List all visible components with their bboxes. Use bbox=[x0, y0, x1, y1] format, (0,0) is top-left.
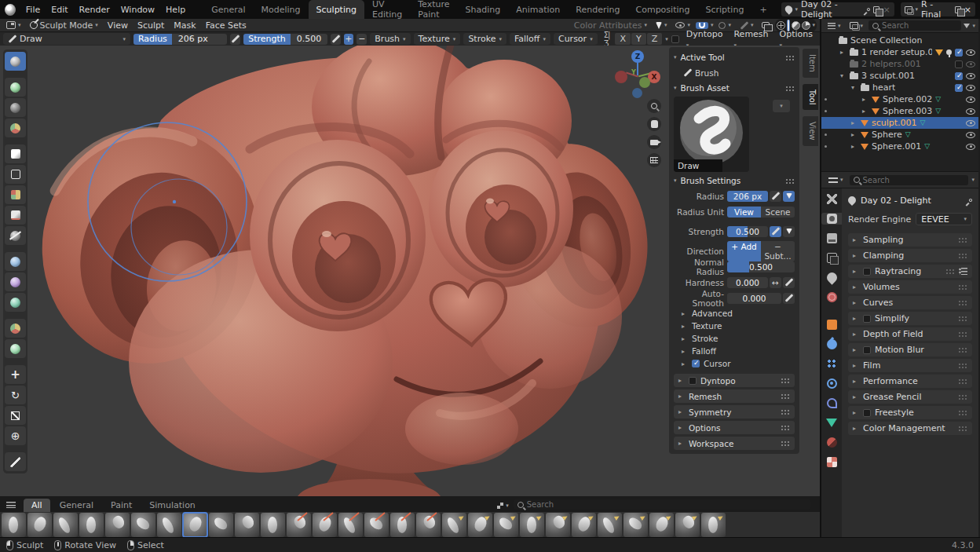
workspace-tab[interactable]: Texture Paint bbox=[410, 0, 457, 19]
expand-arrow-icon[interactable]: ▸ bbox=[862, 96, 868, 103]
tool-box-trim[interactable] bbox=[5, 206, 26, 225]
sidebar-panel-header[interactable]: ▸ Workspace bbox=[674, 437, 795, 450]
panel-grip[interactable] bbox=[785, 55, 795, 60]
properties-tab-render[interactable] bbox=[821, 213, 842, 225]
navigation-gizmo[interactable]: Z · Y X · · bbox=[613, 50, 662, 97]
gizmo-y-negative-axis[interactable]: · bbox=[639, 77, 650, 88]
shelf-search[interactable] bbox=[514, 499, 810, 510]
properties-panel-header[interactable]: ▸ Raytracing bbox=[848, 265, 972, 278]
brush-thumbnail[interactable] bbox=[520, 513, 544, 537]
panel-grip[interactable] bbox=[781, 425, 790, 430]
shading-rendered-button[interactable] bbox=[802, 21, 810, 30]
brush-settings-subpanel[interactable]: ▸ Cursor bbox=[674, 357, 795, 370]
hide-eye-icon[interactable] bbox=[966, 49, 975, 56]
brush-add-button[interactable]: + bbox=[344, 34, 354, 45]
brush-thumbnail[interactable] bbox=[649, 513, 674, 537]
workspace-tab[interactable]: UV Editing bbox=[364, 0, 410, 19]
brush-settings-subpanel[interactable]: ▸ Stroke bbox=[674, 332, 795, 345]
filter-icon[interactable] bbox=[964, 24, 970, 28]
brush-subtract-button[interactable]: − bbox=[357, 34, 367, 45]
auto-smooth-slider[interactable]: 0.000 bbox=[727, 293, 781, 304]
radius-input-pen-button[interactable] bbox=[770, 191, 781, 202]
camera-view-button[interactable] bbox=[647, 135, 661, 149]
new-scene-icon[interactable] bbox=[873, 6, 879, 13]
collection-checkbox[interactable] bbox=[955, 49, 963, 57]
shelf-menu-icon[interactable] bbox=[6, 502, 16, 508]
panel-grip[interactable] bbox=[958, 378, 967, 384]
tool-mask-by-color[interactable] bbox=[5, 339, 26, 358]
strength-input-pen-button[interactable] bbox=[770, 226, 781, 237]
properties-panel-header[interactable]: ▸ Sampling bbox=[848, 233, 972, 247]
color-attributes-dropdown[interactable]: Color Attributes▾ bbox=[571, 20, 650, 31]
subpanel-checkbox[interactable] bbox=[692, 360, 700, 367]
properties-tab-constraints[interactable] bbox=[821, 397, 842, 409]
panel-checkbox[interactable] bbox=[689, 377, 697, 385]
hardness-invert-button[interactable]: ↔ bbox=[770, 277, 781, 288]
brush-thumbnail[interactable] bbox=[623, 513, 648, 537]
gizmo-z-negative-axis[interactable]: · bbox=[632, 88, 642, 98]
hide-eye-icon[interactable] bbox=[966, 85, 975, 91]
outliner-restriction-button[interactable]: ▾ bbox=[847, 21, 867, 30]
direction-subtract[interactable]: − Subt... bbox=[761, 241, 795, 261]
tool-brush-draw[interactable] bbox=[5, 52, 26, 71]
tool-popover[interactable]: Brush▾ bbox=[370, 33, 410, 45]
properties-options-dropdown[interactable]: ▾ bbox=[971, 177, 975, 183]
brush-asset-dropdown[interactable]: ▾ bbox=[773, 100, 790, 112]
brush-thumbnail[interactable] bbox=[209, 513, 233, 537]
brush-thumbnail[interactable] bbox=[364, 513, 389, 537]
properties-panel-header[interactable]: ▸ Depth of Field bbox=[848, 327, 972, 341]
gizmo-x-negative-axis[interactable]: · bbox=[615, 71, 627, 83]
symmetry-axis-toggle[interactable]: X bbox=[615, 33, 631, 45]
properties-search-input[interactable] bbox=[863, 176, 965, 185]
strength-slider[interactable]: Strength 0.500 bbox=[243, 34, 327, 45]
pin-icon[interactable] bbox=[866, 7, 871, 12]
expand-arrow-icon[interactable]: ▸ bbox=[840, 49, 847, 56]
new-view-layer-icon[interactable] bbox=[955, 6, 961, 13]
topbar-menu[interactable]: Help bbox=[160, 4, 191, 16]
radius-unit-view[interactable]: View bbox=[727, 207, 761, 218]
panel-grip[interactable] bbox=[958, 394, 967, 400]
workspace-tab[interactable]: Modeling bbox=[254, 0, 309, 19]
properties-panel-header[interactable]: ▸ Curves bbox=[848, 296, 972, 309]
panel-grip[interactable] bbox=[958, 410, 967, 415]
tool-edit-face-set[interactable] bbox=[5, 319, 26, 338]
symmetry-axis-toggle[interactable]: Z bbox=[647, 33, 663, 45]
scene-selector[interactable]: ▾ Day 02 - Delight × bbox=[781, 2, 894, 16]
hide-eye-icon[interactable] bbox=[966, 120, 975, 126]
tool-annotate[interactable] bbox=[5, 452, 26, 471]
panel-grip[interactable] bbox=[785, 178, 795, 184]
shelf-display-dropdown[interactable]: ▾ bbox=[506, 503, 509, 509]
sidebar-panel-header[interactable]: ▸ Remesh bbox=[674, 389, 795, 403]
pan-button[interactable] bbox=[647, 117, 661, 131]
radius-pressure-button[interactable] bbox=[783, 191, 795, 202]
panel-checkbox[interactable] bbox=[863, 346, 871, 354]
brush-thumbnail[interactable] bbox=[131, 513, 155, 537]
hide-eye-icon[interactable] bbox=[966, 97, 975, 103]
list-icon[interactable] bbox=[959, 268, 967, 275]
perspective-toggle-button[interactable] bbox=[647, 153, 661, 167]
hide-eye-icon[interactable] bbox=[966, 61, 975, 68]
panel-grip[interactable] bbox=[958, 300, 967, 305]
tool-mesh-filter[interactable] bbox=[5, 252, 26, 271]
panel-grip[interactable] bbox=[958, 347, 967, 353]
brush-settings-subpanel[interactable]: ▸ Falloff bbox=[674, 345, 795, 357]
sidebar-tab[interactable]: View bbox=[803, 116, 818, 146]
brush-thumbnail[interactable] bbox=[157, 513, 181, 537]
workspace-tab[interactable]: General bbox=[203, 0, 253, 19]
brush-thumbnail[interactable] bbox=[546, 513, 570, 537]
filter-dropdown[interactable]: ▾ bbox=[972, 23, 975, 29]
radius-pressure-button[interactable] bbox=[230, 34, 240, 45]
tool-box-mask[interactable] bbox=[5, 144, 26, 163]
brush-size-dropdown[interactable]: ▾ bbox=[653, 21, 671, 30]
sidebar-panel-header[interactable]: ▸ Symmetry bbox=[674, 405, 795, 419]
tool-transform[interactable] bbox=[5, 426, 26, 445]
properties-tab-tool[interactable] bbox=[821, 193, 842, 205]
properties-tab-world[interactable] bbox=[821, 291, 842, 303]
brush-thumbnail[interactable] bbox=[338, 513, 363, 537]
topbar-menu[interactable]: File bbox=[20, 4, 46, 16]
viewport-menu[interactable]: View bbox=[104, 20, 132, 31]
expand-arrow-icon[interactable]: ▾ bbox=[851, 84, 858, 91]
brush-thumbnail[interactable] bbox=[442, 513, 466, 537]
viewport-menu[interactable]: Sculpt bbox=[133, 20, 168, 31]
brush-preview[interactable]: Draw bbox=[674, 97, 749, 172]
